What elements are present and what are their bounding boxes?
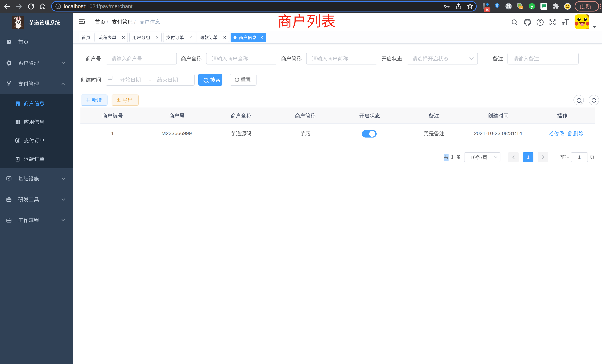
svg-text:y: y xyxy=(531,4,533,9)
svg-text:1: 1 xyxy=(520,6,522,9)
